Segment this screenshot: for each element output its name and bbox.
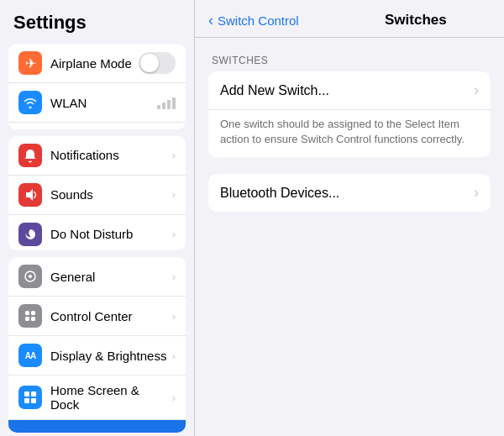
sidebar-item-homescreen[interactable]: Home Screen & Dock › — [8, 376, 186, 420]
wifi-signal — [157, 96, 176, 109]
sidebar-item-airplane[interactable]: ✈ Airplane Mode — [8, 44, 186, 83]
chevron-right-icon: › — [172, 228, 176, 240]
general-icon — [18, 265, 42, 288]
sidebar-item-accessibility[interactable]: Accessibility › — [8, 420, 186, 433]
svg-rect-6 — [25, 317, 29, 321]
navigation-bar: ‹ Switch Control Switches — [195, 0, 504, 38]
toggle-knob — [140, 54, 159, 72]
chevron-right-icon: › — [172, 188, 176, 201]
airplane-icon: ✈ — [18, 51, 42, 75]
add-new-switch-label: Add New Switch... — [220, 83, 470, 98]
sidebar-item-label: Airplane Mode — [50, 56, 139, 71]
homescreen-icon — [18, 386, 42, 409]
sidebar: Settings ✈ Airplane Mode WLAN — [0, 0, 195, 436]
chevron-right-icon: › — [474, 81, 479, 99]
sidebar-item-label: Do Not Disturb — [50, 227, 169, 241]
sidebar-group-alerts: Notifications › Sounds › Do Not Disturb … — [8, 136, 186, 250]
chevron-right-icon: › — [172, 271, 176, 283]
svg-rect-5 — [31, 311, 35, 315]
sounds-icon — [18, 183, 42, 207]
sidebar-item-controlcenter[interactable]: Control Center › — [8, 297, 186, 336]
page-title: Switches — [385, 12, 447, 29]
main-panel: ‹ Switch Control Switches SWITCHES Add N… — [195, 0, 504, 436]
sidebar-title: Settings — [0, 0, 194, 40]
svg-marker-0 — [26, 189, 33, 201]
sidebar-group-connectivity: ✈ Airplane Mode WLAN — [8, 44, 186, 129]
content-area: SWITCHES Add New Switch... › One s — [195, 38, 504, 436]
sidebar-item-wlan[interactable]: WLAN — [8, 83, 186, 123]
chevron-right-icon: › — [172, 149, 176, 161]
chevron-right-icon: › — [172, 310, 176, 323]
accessibility-icon — [18, 428, 42, 433]
svg-rect-10 — [24, 398, 29, 403]
sidebar-item-general[interactable]: General › — [8, 257, 186, 297]
svg-rect-11 — [31, 398, 36, 403]
back-chevron-icon: ‹ — [208, 13, 213, 28]
sidebar-item-label: Control Center — [50, 309, 169, 323]
chevron-right-icon: › — [172, 391, 176, 404]
sidebar-item-label: General — [50, 270, 169, 284]
sidebar-item-sounds[interactable]: Sounds › — [8, 176, 186, 215]
switches-group: Add New Switch... › One switch should be… — [208, 71, 491, 157]
airplane-toggle[interactable] — [139, 52, 176, 74]
sidebar-item-notifications[interactable]: Notifications › — [8, 136, 186, 176]
svg-rect-7 — [31, 317, 35, 321]
sidebar-item-displaybrightness[interactable]: AA Display & Brightness › — [8, 336, 186, 376]
sidebar-item-label: WLAN — [50, 96, 157, 110]
add-new-switch-item[interactable]: Add New Switch... › — [208, 71, 491, 110]
sidebar-group-system: General › Control Center › AA Display & … — [8, 257, 186, 433]
back-label: Switch Control — [218, 13, 299, 28]
sidebar-item-donotdisturb[interactable]: Do Not Disturb › — [8, 215, 186, 250]
sidebar-item-bluetooth[interactable]: Bluetooth On › — [8, 123, 186, 129]
bluetooth-devices-label: Bluetooth Devices... — [220, 186, 470, 201]
sidebar-item-label: Home Screen & Dock — [50, 383, 169, 412]
controlcenter-icon — [18, 304, 42, 328]
donotdisturb-icon — [18, 223, 42, 246]
chevron-right-icon: › — [474, 184, 479, 202]
displaybrightness-icon: AA — [18, 344, 42, 367]
svg-point-3 — [29, 275, 32, 278]
section-label: SWITCHES — [212, 55, 491, 66]
sidebar-item-label: Notifications — [50, 148, 169, 162]
svg-rect-9 — [31, 391, 36, 397]
chevron-right-icon: › — [172, 349, 176, 362]
bluetooth-devices-item[interactable]: Bluetooth Devices... › — [208, 174, 491, 212]
hint-container: One switch should be assigned to the Sel… — [208, 110, 491, 157]
svg-rect-4 — [25, 311, 29, 315]
svg-rect-8 — [24, 391, 29, 397]
sidebar-item-label: Display & Brightness — [50, 349, 169, 363]
hint-text: One switch should be assigned to the Sel… — [208, 110, 491, 157]
bluetooth-devices-group: Bluetooth Devices... › — [208, 174, 491, 212]
wlan-icon — [18, 91, 42, 114]
back-button[interactable]: ‹ Switch Control — [208, 13, 299, 28]
notifications-icon — [18, 144, 42, 167]
sidebar-item-label: Sounds — [50, 187, 169, 202]
